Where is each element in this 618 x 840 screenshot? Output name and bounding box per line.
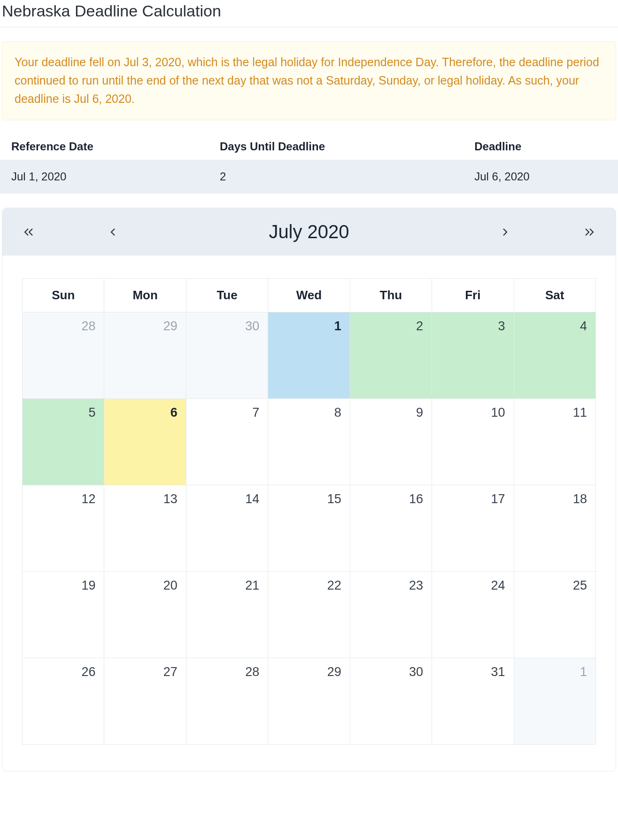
next-year-button[interactable] — [580, 225, 599, 239]
calendar-day[interactable]: 22 — [268, 572, 350, 658]
chevron-double-left-icon — [23, 227, 34, 237]
calendar-header: July 2020 — [2, 208, 616, 256]
prev-month-button[interactable] — [104, 225, 123, 239]
calendar-day[interactable]: 13 — [104, 485, 186, 572]
calendar-day[interactable]: 30 — [350, 658, 432, 745]
chevron-double-right-icon — [584, 227, 595, 237]
next-month-button[interactable] — [495, 225, 514, 239]
chevron-left-icon — [108, 227, 118, 237]
calendar-day[interactable]: 18 — [514, 485, 595, 572]
calendar-day[interactable]: 15 — [268, 485, 350, 572]
calendar-day[interactable]: 26 — [23, 658, 104, 745]
calendar-month-label: July 2020 — [123, 221, 495, 242]
col-deadline: Deadline — [463, 133, 618, 160]
calendar-day[interactable]: 16 — [350, 485, 432, 572]
holiday-notice: Your deadline fell on Jul 3, 2020, which… — [2, 41, 616, 120]
calendar-day[interactable]: 9 — [350, 399, 432, 485]
calendar-row: 567891011 — [23, 399, 596, 485]
weekday-sun: Sun — [23, 279, 104, 312]
calendar-day[interactable]: 28 — [23, 312, 104, 399]
calendar-day[interactable]: 21 — [186, 572, 268, 658]
calendar-day[interactable]: 2 — [350, 312, 432, 399]
calendar-day[interactable]: 4 — [514, 312, 595, 399]
calendar-day[interactable]: 29 — [268, 658, 350, 745]
calendar-day[interactable]: 25 — [514, 572, 595, 658]
calendar-day[interactable]: 30 — [186, 312, 268, 399]
calendar-day[interactable]: 10 — [432, 399, 514, 485]
calendar-day[interactable]: 28 — [186, 658, 268, 745]
calendar-day[interactable]: 19 — [23, 572, 104, 658]
calendar-day[interactable]: 27 — [104, 658, 186, 745]
deadline-value: Jul 6, 2020 — [463, 160, 618, 194]
calendar-day[interactable]: 12 — [23, 485, 104, 572]
weekday-mon: Mon — [104, 279, 186, 312]
calendar-row: 12131415161718 — [23, 485, 596, 572]
calendar-day[interactable]: 6 — [104, 399, 186, 485]
calendar-day[interactable]: 5 — [23, 399, 104, 485]
table-row: Jul 1, 2020 2 Jul 6, 2020 — [0, 160, 618, 194]
col-days-until-deadline: Days Until Deadline — [209, 133, 463, 160]
weekday-tue: Tue — [186, 279, 268, 312]
col-reference-date: Reference Date — [0, 133, 209, 160]
calendar-day[interactable]: 1 — [268, 312, 350, 399]
days-until-value: 2 — [209, 160, 463, 194]
calendar-day[interactable]: 31 — [432, 658, 514, 745]
weekday-thu: Thu — [350, 279, 432, 312]
calendar-day[interactable]: 7 — [186, 399, 268, 485]
calendar-panel: July 2020 Sun Mon Tue Wed Thu Fri — [2, 208, 616, 771]
prev-year-button[interactable] — [19, 225, 38, 239]
calendar-day[interactable]: 8 — [268, 399, 350, 485]
calendar-row: 2829301234 — [23, 312, 596, 399]
calendar-day[interactable]: 20 — [104, 572, 186, 658]
calendar-day[interactable]: 14 — [186, 485, 268, 572]
calendar-day[interactable]: 11 — [514, 399, 595, 485]
weekday-fri: Fri — [432, 279, 514, 312]
calendar-day[interactable]: 17 — [432, 485, 514, 572]
weekday-sat: Sat — [514, 279, 595, 312]
calendar-day[interactable]: 23 — [350, 572, 432, 658]
calendar-day[interactable]: 29 — [104, 312, 186, 399]
calendar-row: 2627282930311 — [23, 658, 596, 745]
calendar-day[interactable]: 24 — [432, 572, 514, 658]
calendar-day[interactable]: 1 — [514, 658, 595, 745]
calendar-grid: Sun Mon Tue Wed Thu Fri Sat 282930123456… — [22, 278, 596, 745]
page-title: Nebraska Deadline Calculation — [0, 0, 618, 27]
deadline-summary-table: Reference Date Days Until Deadline Deadl… — [0, 133, 618, 194]
chevron-right-icon — [500, 227, 510, 237]
reference-date-value: Jul 1, 2020 — [0, 160, 209, 194]
calendar-row: 19202122232425 — [23, 572, 596, 658]
weekday-wed: Wed — [268, 279, 350, 312]
calendar-day[interactable]: 3 — [432, 312, 514, 399]
